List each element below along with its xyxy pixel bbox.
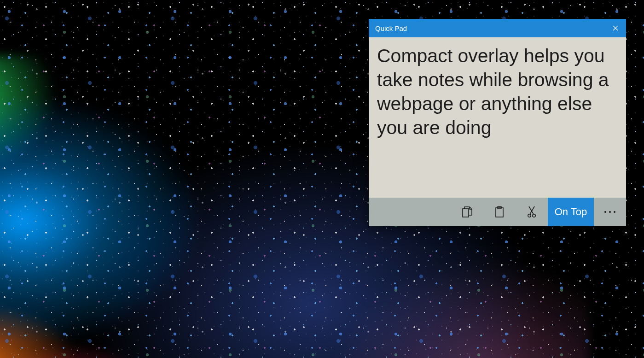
on-top-button[interactable]: On Top	[548, 198, 594, 226]
svg-line-5	[529, 206, 534, 214]
toolbar: On Top	[369, 198, 626, 226]
window-title: Quick Pad	[369, 24, 407, 32]
svg-point-11	[614, 211, 615, 213]
svg-point-9	[604, 211, 606, 213]
paste-icon	[494, 206, 505, 218]
svg-point-7	[528, 214, 531, 217]
titlebar[interactable]: Quick Pad	[369, 19, 626, 37]
cut-button[interactable]	[516, 198, 548, 226]
paste-button[interactable]	[483, 198, 516, 226]
svg-line-6	[530, 206, 534, 214]
copy-button[interactable]	[451, 198, 483, 226]
close-button[interactable]	[605, 19, 626, 37]
svg-point-8	[533, 214, 535, 217]
more-button[interactable]	[594, 198, 626, 226]
close-icon	[613, 25, 618, 31]
more-icon	[603, 210, 616, 214]
copy-icon	[462, 206, 473, 218]
quick-pad-window: Quick Pad Compact overlay helps you take…	[369, 19, 626, 226]
svg-rect-2	[463, 209, 469, 217]
cut-icon	[527, 206, 536, 218]
svg-point-10	[609, 211, 611, 213]
note-text-area[interactable]: Compact overlay helps you take notes whi…	[369, 37, 626, 198]
on-top-label: On Top	[555, 206, 587, 218]
svg-rect-3	[496, 208, 503, 217]
